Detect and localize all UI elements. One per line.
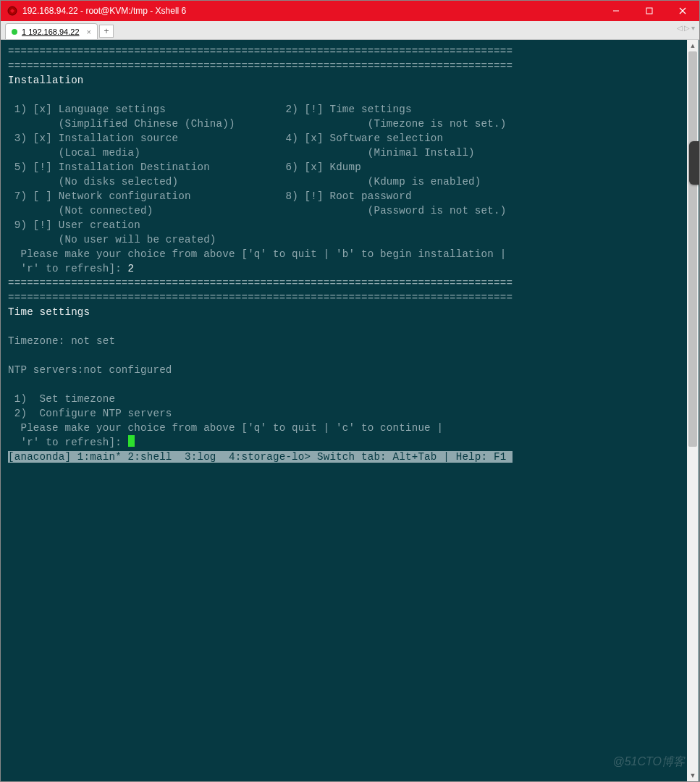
tab-close-icon[interactable]: × — [87, 28, 91, 36]
tab-bar: 1 192.168.94.22 × + ◁ ▷ ▾ — [1, 21, 699, 40]
menu-item-7: 7) [ ] Network configuration — [8, 190, 191, 202]
scroll-down-icon[interactable]: ▼ — [687, 770, 699, 781]
menu-item-9: 9) [!] User creation — [8, 219, 140, 231]
prompt-line-2: Please make your choice from above ['q' … — [8, 422, 443, 434]
menu-item-5: 5) [!] Installation Destination — [8, 161, 210, 173]
ntp-status: NTP servers:not configured — [8, 364, 172, 376]
maximize-button[interactable] — [633, 1, 666, 21]
terminal-output: ========================================… — [1, 40, 699, 464]
scrollbar-thumb[interactable] — [688, 51, 697, 447]
menu-item-3: 3) [x] Installation source — [8, 133, 178, 144]
tab-label: 1 192.168.94.22 — [22, 28, 80, 36]
menu-item-8: 8) [!] Root password — [285, 190, 411, 202]
side-panel-handle[interactable] — [689, 141, 699, 185]
menu-item-4: 4) [x] Software selection — [285, 133, 443, 144]
tmux-status-bar: [anaconda] 1:main* 2:shell 3:log 4:stora… — [8, 451, 513, 463]
menu-item-2: 2) [!] Time settings — [285, 104, 411, 115]
app-window: 192.168.94.22 - root@KVM:/tmp - Xshell 6… — [0, 0, 700, 782]
app-icon — [7, 5, 18, 17]
new-tab-button[interactable]: + — [99, 25, 114, 38]
cursor — [128, 435, 135, 447]
connection-status-icon — [12, 29, 17, 35]
submenu-item-1: 1) Set timezone — [8, 393, 115, 405]
minimize-button[interactable] — [599, 1, 633, 21]
tab-next-icon[interactable]: ▷ — [684, 24, 690, 32]
tab-prev-icon[interactable]: ◁ — [677, 24, 683, 32]
user-input-1: 2 — [128, 263, 135, 274]
timezone-status: Timezone: not set — [8, 335, 115, 347]
prompt-line: Please make your choice from above ['q' … — [8, 248, 506, 260]
window-controls — [599, 1, 699, 21]
submenu-item-2: 2) Configure NTP servers — [8, 408, 172, 419]
watermark: @51CTO博客 — [612, 754, 685, 770]
scroll-up-icon[interactable]: ▲ — [687, 40, 699, 51]
terminal-area[interactable]: ========================================… — [1, 40, 699, 781]
window-title: 192.168.94.22 - root@KVM:/tmp - Xshell 6 — [22, 6, 599, 16]
titlebar[interactable]: 192.168.94.22 - root@KVM:/tmp - Xshell 6 — [1, 1, 699, 21]
menu-item-1: 1) [x] Language settings — [8, 104, 166, 115]
tab-menu-icon[interactable]: ▾ — [691, 24, 695, 32]
menu-item-6: 6) [x] Kdump — [285, 161, 361, 173]
session-tab[interactable]: 1 192.168.94.22 × — [5, 23, 98, 39]
section-heading: Installation — [8, 75, 84, 86]
svg-rect-2 — [646, 8, 652, 14]
section-heading-2: Time settings — [8, 306, 90, 318]
close-button[interactable] — [666, 1, 699, 21]
